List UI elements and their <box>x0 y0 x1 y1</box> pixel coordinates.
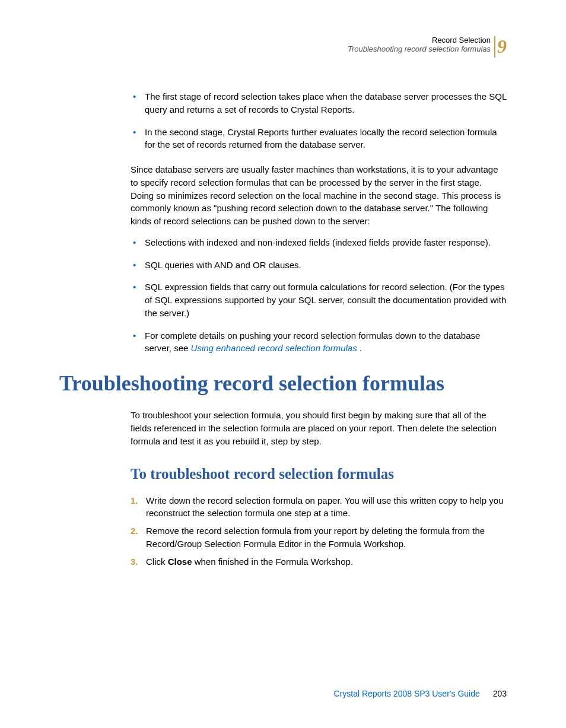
steps-list: 1. Write down the record selection formu… <box>131 494 507 568</box>
step-number: 1. <box>131 494 138 507</box>
list-item: For complete details on pushing your rec… <box>131 329 507 355</box>
step-text: Remove the record selection formula from… <box>146 526 485 549</box>
chapter-badge: 9 <box>494 36 507 58</box>
chapter-bar-icon <box>494 36 495 58</box>
list-item: In the second stage, Crystal Reports fur… <box>131 126 507 152</box>
section-heading: Troubleshooting record selection formula… <box>59 371 507 396</box>
step-item: 2. Remove the record selection formula f… <box>131 524 507 551</box>
footer-guide-name: Crystal Reports 2008 SP3 User's Guide <box>334 689 480 698</box>
bullet-text-suffix: . <box>357 343 362 353</box>
step-number: 3. <box>131 555 138 568</box>
header-subtitle: Troubleshooting record selection formula… <box>348 44 491 53</box>
list-item: SQL expression fields that carry out for… <box>131 281 507 319</box>
page-footer: Crystal Reports 2008 SP3 User's Guide 20… <box>334 689 507 698</box>
step-item: 3. Click Close when finished in the Form… <box>131 555 507 568</box>
list-item: SQL queries with AND and OR clauses. <box>131 259 507 272</box>
step-text-bold: Close <box>168 557 192 567</box>
page-header: Record Selection Troubleshooting record … <box>59 36 507 58</box>
body-paragraph: Since database servers are usually faste… <box>131 163 507 228</box>
step-text-suffix: when finished in the Formula Workshop. <box>192 557 354 567</box>
step-text-prefix: Click <box>146 557 168 567</box>
push-down-bullet-list: Selections with indexed and non-indexed … <box>131 236 507 355</box>
step-number: 2. <box>131 524 138 538</box>
step-item: 1. Write down the record selection formu… <box>131 494 507 520</box>
list-item: Selections with indexed and non-indexed … <box>131 236 507 249</box>
intro-bullet-list: The first stage of record selection take… <box>131 90 507 151</box>
chapter-number: 9 <box>497 36 507 58</box>
cross-reference-link[interactable]: Using enhanced record selection formulas <box>191 343 357 353</box>
list-item: The first stage of record selection take… <box>131 90 507 116</box>
step-text: Write down the record selection formula … <box>146 495 504 519</box>
footer-page-number: 203 <box>493 689 507 698</box>
body-paragraph: To troubleshoot your selection formula, … <box>131 409 507 447</box>
subsection-heading: To troubleshoot record selection formula… <box>131 466 507 482</box>
header-text-block: Record Selection Troubleshooting record … <box>348 36 491 53</box>
header-title: Record Selection <box>432 36 491 44</box>
